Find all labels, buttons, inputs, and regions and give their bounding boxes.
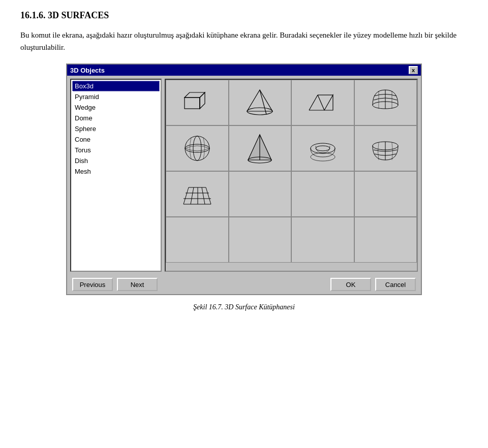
- dome-icon: [368, 85, 403, 120]
- list-item-pyramid[interactable]: Pyramid: [72, 91, 160, 102]
- svg-marker-2: [200, 92, 205, 109]
- figure-caption: Şekil 16.7. 3D Surface Kütüphanesi: [20, 303, 468, 311]
- footer-right: OK Cancel: [330, 278, 416, 291]
- list-item-wedge[interactable]: Wedge: [72, 102, 160, 113]
- svg-point-19: [316, 146, 330, 151]
- svg-line-8: [309, 95, 318, 110]
- grid-cell-empty-r4c2: [229, 217, 292, 263]
- svg-line-10: [318, 95, 324, 110]
- list-item-box3d[interactable]: Box3d: [72, 81, 160, 91]
- grid-cell-dish[interactable]: [354, 125, 417, 171]
- svg-line-29: [202, 187, 205, 204]
- svg-marker-1: [185, 92, 205, 98]
- svg-point-13: [185, 144, 209, 152]
- shape-grid: [165, 79, 418, 272]
- dish-icon: [368, 131, 403, 166]
- list-item-dish[interactable]: Dish: [72, 155, 160, 166]
- grid-cell-empty-r4c1: [166, 217, 229, 263]
- box3d-icon: [179, 85, 215, 120]
- list-item-mesh[interactable]: Mesh: [72, 166, 160, 177]
- next-button[interactable]: Next: [117, 278, 158, 291]
- svg-rect-0: [185, 98, 200, 109]
- list-item-sphere[interactable]: Sphere: [72, 123, 160, 134]
- dialog-3d-objects: 3D Objects x Box3d Pyramid Wedge Dome Sp…: [66, 63, 422, 295]
- dialog-footer: Previous Next OK Cancel: [67, 275, 421, 294]
- svg-marker-4: [247, 90, 272, 111]
- footer-left: Previous Next: [72, 278, 158, 291]
- sphere-icon: [179, 131, 215, 166]
- grid-cell-cone[interactable]: [229, 125, 292, 171]
- grid-cell-empty-r4c4: [354, 217, 417, 263]
- grid-cell-box[interactable]: [166, 80, 229, 125]
- torus-icon: [305, 131, 341, 166]
- description: Bu komut ile ekrana, aşağıdaki hazır olu…: [20, 29, 468, 53]
- grid-cell-torus[interactable]: [291, 125, 354, 171]
- cone-icon: [242, 131, 278, 166]
- svg-line-5: [260, 90, 266, 114]
- ok-button[interactable]: OK: [330, 278, 371, 291]
- cancel-button[interactable]: Cancel: [375, 278, 416, 291]
- wedge-icon: [305, 85, 341, 120]
- mesh-icon: [179, 176, 215, 212]
- grid-cell-pyramid[interactable]: [229, 80, 292, 125]
- previous-button[interactable]: Previous: [72, 278, 113, 291]
- svg-line-27: [191, 187, 194, 204]
- svg-point-14: [193, 136, 201, 161]
- list-item-dome[interactable]: Dome: [72, 113, 160, 123]
- grid-cell-wedge[interactable]: [291, 80, 354, 125]
- grid-cell-mesh[interactable]: [166, 171, 229, 217]
- svg-point-18: [311, 143, 335, 153]
- grid-cell-empty-r4c3: [291, 217, 354, 263]
- dialog-body: Box3d Pyramid Wedge Dome Sphere Cone Tor…: [67, 76, 421, 275]
- svg-line-26: [184, 187, 189, 204]
- dialog-titlebar: 3D Objects x: [67, 65, 421, 76]
- dialog-title: 3D Objects: [70, 67, 105, 74]
- grid-cell-sphere[interactable]: [166, 125, 229, 171]
- object-list: Box3d Pyramid Wedge Dome Sphere Cone Tor…: [70, 79, 162, 272]
- pyramid-icon: [242, 85, 278, 120]
- page-title: 16.1.6. 3D SURFACES: [20, 10, 468, 21]
- list-item-cone[interactable]: Cone: [72, 134, 160, 145]
- grid-cell-empty-r3c2: [229, 171, 292, 217]
- grid-cell-empty-r3c3: [291, 171, 354, 217]
- list-item-torus[interactable]: Torus: [72, 145, 160, 155]
- svg-point-12: [185, 136, 209, 161]
- svg-line-30: [206, 187, 211, 204]
- grid-cell-dome[interactable]: [354, 80, 417, 125]
- grid-cell-empty-r3c4: [354, 171, 417, 217]
- close-button[interactable]: x: [409, 66, 418, 74]
